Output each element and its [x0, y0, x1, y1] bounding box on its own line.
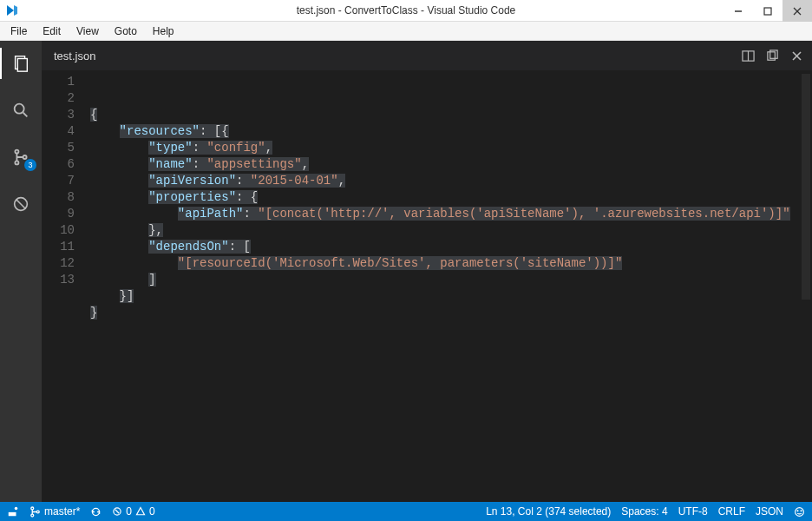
status-cursor[interactable]: Ln 13, Col 2 (374 selected): [486, 505, 611, 518]
more-actions-icon[interactable]: [765, 49, 779, 63]
code-line: },: [90, 222, 812, 239]
activity-bar: 3: [0, 41, 42, 502]
source-control-badge: 3: [24, 159, 36, 171]
code-line: ]: [90, 272, 812, 288]
svg-line-12: [16, 200, 26, 209]
search-button[interactable]: [0, 95, 42, 126]
tab-strip: test.json: [42, 41, 812, 70]
svg-point-6: [15, 104, 24, 114]
source-control-button[interactable]: 3: [0, 142, 42, 173]
status-branch-label: master*: [44, 505, 80, 518]
svg-point-28: [801, 510, 802, 511]
status-bar: master* 0 0 Ln 13, Col 2 (374 selected) …: [0, 502, 812, 521]
window-title: test.json - ConvertToClass - Visual Stud…: [297, 4, 516, 16]
status-language[interactable]: JSON: [756, 505, 783, 518]
svg-rect-19: [9, 512, 16, 516]
status-branch[interactable]: master*: [29, 505, 80, 518]
svg-point-9: [15, 161, 18, 164]
svg-line-7: [23, 113, 28, 117]
line-number: 12: [42, 255, 75, 272]
line-number: 7: [42, 173, 75, 189]
code-line: }: [90, 305, 812, 321]
code-content[interactable]: { "resources": [{ "type": "config", "nam…: [90, 70, 812, 502]
svg-rect-1: [764, 8, 771, 15]
status-problems[interactable]: 0 0: [112, 505, 154, 518]
debug-button[interactable]: [0, 188, 42, 220]
title-bar: test.json - ConvertToClass - Visual Stud…: [0, 0, 812, 22]
code-line: "properties": {: [90, 189, 812, 206]
status-error-count: 0: [126, 505, 132, 518]
line-number: 2: [42, 90, 75, 107]
line-number: 3: [42, 107, 75, 123]
window-controls: [724, 0, 812, 22]
status-encoding[interactable]: UTF-8: [678, 505, 708, 518]
status-remote-icon[interactable]: [7, 505, 19, 518]
status-indent[interactable]: Spaces: 4: [621, 505, 667, 518]
code-line: "[resourceId('Microsoft.Web/Sites', para…: [90, 255, 812, 272]
line-number: 10: [42, 222, 75, 239]
line-number: 9: [42, 206, 75, 222]
code-line: {: [90, 107, 812, 123]
editor-actions: [741, 49, 812, 63]
svg-point-22: [31, 514, 34, 517]
svg-point-26: [796, 507, 804, 516]
svg-line-25: [115, 510, 120, 514]
status-sync-icon[interactable]: [90, 506, 102, 518]
split-editor-icon[interactable]: [741, 49, 755, 63]
editor-group: test.json 12345678910111213 { "resources…: [42, 41, 812, 502]
menu-file[interactable]: File: [3, 23, 34, 39]
line-number: 6: [42, 156, 75, 173]
line-number: 11: [42, 239, 75, 255]
minimize-button[interactable]: [724, 0, 753, 22]
code-line: "apiVersion": "2015-04-01",: [90, 173, 812, 189]
menu-help[interactable]: Help: [146, 23, 181, 39]
explorer-button[interactable]: [0, 48, 42, 79]
svg-point-27: [797, 510, 798, 511]
svg-point-20: [15, 507, 18, 511]
svg-point-10: [23, 155, 27, 159]
menu-bar: File Edit View Goto Help: [0, 22, 812, 41]
menu-goto[interactable]: Goto: [108, 23, 144, 39]
close-button[interactable]: [783, 0, 812, 22]
maximize-button[interactable]: [753, 0, 783, 22]
main-area: 3 test.json 12345678910111213: [0, 41, 812, 502]
svg-rect-5: [17, 59, 27, 72]
code-line: "type": "config",: [90, 140, 812, 156]
menu-edit[interactable]: Edit: [36, 23, 68, 39]
close-tab-icon[interactable]: [789, 49, 803, 63]
menu-view[interactable]: View: [69, 23, 106, 39]
app-icon: [0, 3, 24, 17]
status-eol[interactable]: CRLF: [718, 505, 745, 518]
code-line: "apiPath": "[concat('http://', variables…: [90, 206, 812, 222]
line-number: 13: [42, 272, 75, 288]
line-number-gutter: 12345678910111213: [42, 70, 90, 502]
code-line: "resources": [{: [90, 123, 812, 140]
line-number: 1: [42, 74, 75, 90]
svg-point-23: [36, 511, 39, 513]
scrollbar-thumb[interactable]: [802, 74, 810, 300]
code-line: "name": "appsettings",: [90, 156, 812, 173]
line-number: 8: [42, 189, 75, 206]
tab-active[interactable]: test.json: [54, 49, 95, 63]
code-line: }]: [90, 288, 812, 305]
status-feedback-icon[interactable]: [794, 506, 805, 518]
line-number: 5: [42, 140, 75, 156]
text-editor[interactable]: 12345678910111213 { "resources": [{ "typ…: [42, 70, 812, 502]
svg-point-21: [31, 506, 34, 509]
status-warning-count: 0: [149, 505, 155, 518]
line-number: 4: [42, 123, 75, 140]
svg-point-8: [15, 150, 18, 154]
code-line: "dependsOn": [: [90, 239, 812, 255]
